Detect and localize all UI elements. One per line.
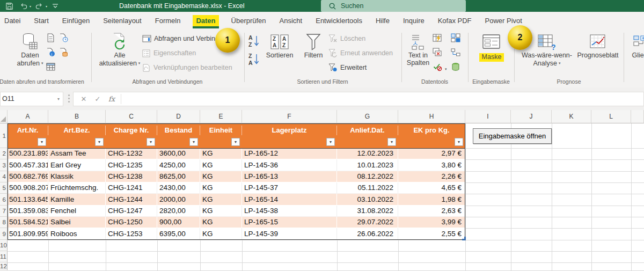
table-cell[interactable]: CHG-1250 [106,217,157,228]
column-header-L[interactable]: L [591,110,631,123]
relationships-icon[interactable] [451,48,460,57]
tab-einf-gen[interactable]: Einfügen [61,15,91,26]
column-header-C[interactable]: C [106,110,157,123]
from-table-range-icon[interactable] [46,62,55,71]
chevron-down-icon[interactable]: ▾ [30,4,31,8]
table-cell[interactable]: KG [200,171,242,182]
remove-duplicates-icon[interactable] [433,48,442,57]
table-cell[interactable]: Earl Grey [48,159,106,171]
sort-button[interactable]: ZAAZ Sortieren [264,32,295,60]
table-cell[interactable]: Klassik [48,171,106,182]
row-header-6[interactable]: 6 [0,194,8,206]
enter-icon[interactable]: ✓ [91,95,105,103]
tab-power-pivot[interactable]: Power Pivot [484,15,523,26]
open-form-button[interactable]: Eingabemaske öffnen [473,128,552,144]
filter-button[interactable] [38,138,46,146]
row-header-10[interactable]: 10 [0,240,8,251]
chevron-down-icon[interactable]: ▾ [46,4,47,8]
column-header-partial[interactable] [631,110,644,123]
recent-sources-icon[interactable] [59,33,68,42]
column-header-A[interactable]: A [8,110,48,123]
table-cell[interactable]: 31.08.2022 [337,206,398,217]
column-header-D[interactable]: D [157,110,200,123]
table-cell[interactable]: 2430,00 [157,182,200,194]
table-cell[interactable]: 3,80 € [398,159,465,171]
group-outline-button[interactable]: Glied [625,32,644,60]
tab-hilfe[interactable]: Hilfe [375,15,391,26]
tab-start[interactable]: Start [33,15,49,26]
table-cell[interactable]: Roiboos [48,228,106,240]
table-cell[interactable]: KG [200,228,242,240]
table-cell[interactable]: 12.02.2023 [337,148,398,159]
table-cell[interactable]: 26.06.2022 [337,228,398,240]
table-cell[interactable]: 3600,00 [157,148,200,159]
table-cell[interactable]: Kamille [48,194,106,206]
table-cell[interactable]: KG [200,159,242,171]
insert-function-icon[interactable]: fx [105,95,119,103]
row-header-2[interactable]: 2 [0,148,8,159]
table-cell[interactable]: KG [200,194,242,206]
row-header-1[interactable]: 1 [0,123,8,148]
filter-button[interactable] [189,138,198,146]
redo-icon[interactable] [33,1,45,11]
tab-ansicht[interactable]: Ansicht [279,15,304,26]
table-cell[interactable]: LP-145-36 [242,159,337,171]
table-cell[interactable]: 500.231.893 [8,148,48,159]
undo-icon[interactable] [17,1,29,11]
table-cell[interactable]: 501.809.959 [8,228,48,240]
table-cell[interactable]: CHG-1241 [106,182,157,194]
row-header-5[interactable]: 5 [0,182,8,194]
row-header-3[interactable]: 3 [0,159,8,171]
table-cell[interactable]: Salbei [48,217,106,228]
table-cell[interactable]: LP-145-37 [242,182,337,194]
filter-button[interactable] [231,138,240,146]
table-cell[interactable]: 500.457.331 [8,159,48,171]
table-cell[interactable]: 03.10.2022 [337,194,398,206]
row-header-11[interactable]: 11 [0,251,8,262]
table-cell[interactable]: 05.11.2022 [337,182,398,194]
row-header-4[interactable]: 4 [0,171,8,182]
table-cell[interactable]: 500.908.207 [8,182,48,194]
table-cell[interactable]: 4250,00 [157,159,200,171]
table-cell[interactable]: 10.01.2023 [337,159,398,171]
sort-ascending-icon[interactable]: AZ [248,34,260,48]
formula-input[interactable] [121,92,643,106]
row-header-7[interactable]: 7 [0,206,8,217]
from-web-icon[interactable]: i [46,48,55,57]
chevron-down-icon[interactable] [443,64,447,74]
table-cell[interactable]: LP-165-14 [242,194,337,206]
table-cell[interactable]: 4,65 € [398,182,465,194]
table-cell[interactable]: LP-165-13 [242,171,337,182]
tab-formeln[interactable]: Formeln [154,15,182,26]
chevron-down-icon[interactable]: ▾ [57,92,60,106]
column-header-J[interactable]: J [511,110,552,123]
filter-button[interactable] [326,138,335,146]
row-header-12[interactable]: 12 [0,262,8,270]
filter-button[interactable] [95,138,104,146]
table-cell[interactable]: KG [200,206,242,217]
table-cell[interactable]: KG [200,217,242,228]
table-cell[interactable]: LP-165-15 [242,217,337,228]
filter-button[interactable] [147,138,155,146]
tab-inquire[interactable]: Inquire [402,15,426,26]
table-cell[interactable]: Fenchel [48,206,106,217]
customize-toolbar-icon[interactable] [49,1,61,11]
row-header-8[interactable]: 8 [0,217,8,228]
table-cell[interactable]: 500.682.769 [8,171,48,182]
column-header-I[interactable]: I [465,110,511,123]
tab-datei[interactable]: Datei [3,15,21,26]
text-to-columns-button[interactable]: Text in Spalten [404,32,433,67]
table-cell[interactable]: KG [200,182,242,194]
tab--berpr-fen[interactable]: Überprüfen [230,15,267,26]
row-header-9[interactable]: 9 [0,228,8,240]
formula-bar[interactable]: ✕ ✓ fx [73,92,644,106]
table-cell[interactable]: Früchtemschg. [48,182,106,194]
table-cell[interactable]: 2000,00 [157,194,200,206]
table-cell[interactable]: 900,00 [157,217,200,228]
table-cell[interactable]: 501.359.083 [8,206,48,217]
tab-daten[interactable]: Daten [193,15,218,26]
filter-button[interactable] [387,138,396,146]
table-cell[interactable]: CHG-1247 [106,206,157,217]
table-cell[interactable]: CHG-1232 [106,148,157,159]
from-text-csv-icon[interactable] [46,33,55,42]
